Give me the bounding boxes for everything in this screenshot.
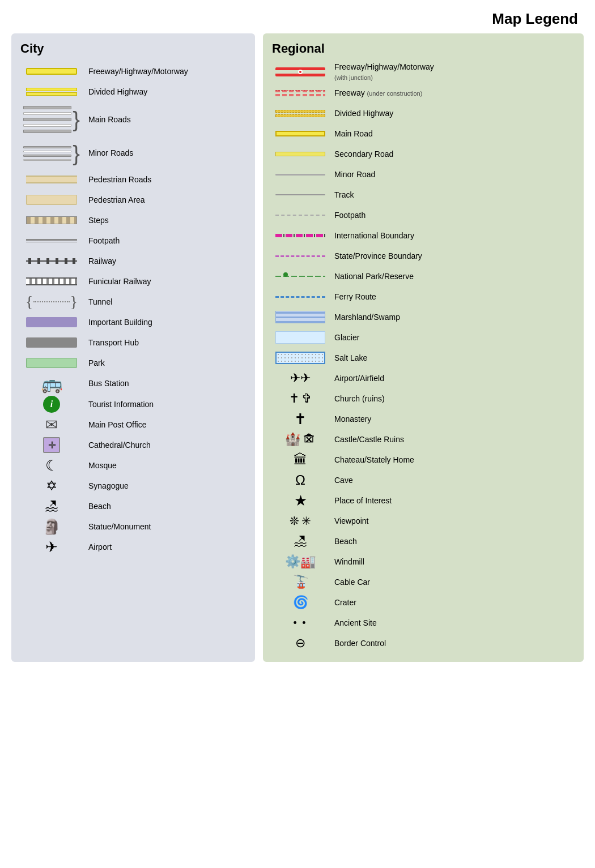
list-item: International Boundary [272, 226, 575, 245]
reg-ancient-icon: • • [272, 617, 329, 629]
tunnel-icon: { } [20, 294, 83, 310]
airport-glyph: ✈ [45, 538, 58, 556]
reg-mainroad-label: Main Road [329, 129, 575, 139]
cablecar-glyph: 🚡 [293, 575, 308, 589]
reg-intl-boundary-label: International Boundary [329, 230, 575, 241]
park-label: Park [83, 358, 246, 368]
reg-ancient-label: Ancient Site [329, 618, 575, 628]
reg-chateau-label: Chateau/Stately Home [329, 455, 575, 465]
reg-ferry-label: Ferry Route [329, 292, 575, 302]
list-item: • • Ancient Site [272, 613, 575, 632]
post-office-label: Main Post Office [83, 420, 246, 430]
list-item: Freeway/Highway/Motorway [20, 62, 246, 81]
cave-glyph: Ω [295, 472, 305, 488]
steps-icon [20, 216, 83, 224]
bus-glyph: 🚌 [41, 374, 62, 394]
reg-border-label: Border Control [329, 638, 575, 648]
main-roads-icon: } [20, 106, 83, 133]
list-item: Footpath [272, 206, 575, 225]
ped-roads-label: Pedestrian Roads [83, 174, 246, 185]
list-item: Park [20, 353, 246, 373]
list-item: 🏛 Chateau/Stately Home [272, 450, 575, 469]
airport-city-label: Airport [83, 542, 246, 552]
list-item: } Main Roads [20, 102, 246, 136]
airport-glyph-reg: ✈✈ [290, 371, 311, 386]
ped-area-label: Pedestrian Area [83, 195, 246, 205]
list-item: Track [272, 185, 575, 204]
mosque-label: Mosque [83, 460, 246, 471]
beach-city-icon: 🏖 [20, 498, 83, 514]
mail-icon: ✉ [20, 416, 83, 434]
list-item: ✈✈ Airport/Airfield [272, 369, 575, 388]
mosque-glyph: ☾ [45, 457, 58, 474]
regional-section: Regional Freeway/Highway/Motorway (with … [263, 33, 584, 662]
viewpoint-glyph: ❊ ✳ [290, 514, 311, 528]
poi-glyph: ★ [294, 492, 307, 510]
reg-track-label: Track [329, 190, 575, 200]
tourist-info-label: Tourist Information [83, 399, 246, 409]
reg-secondary-icon [272, 152, 329, 156]
list-item: ✝ Monastery [272, 409, 575, 429]
list-item: 🗿 Statue/Monument [20, 517, 246, 536]
railway-label: Railway [83, 256, 246, 266]
list-item: Ω Cave [272, 471, 575, 490]
cathedral-label: Cathedral/Church [83, 440, 246, 450]
list-item: 🏰 🏚 Castle/Castle Ruins [272, 430, 575, 449]
chateau-glyph: 🏛 [294, 452, 307, 468]
reg-intl-boundary-icon [272, 234, 329, 237]
reg-secondary-label: Secondary Road [329, 149, 575, 159]
reg-ferry-icon [272, 296, 329, 298]
reg-church-label: Church (ruins) [329, 394, 575, 404]
synagogue-icon: ✡ [20, 478, 83, 494]
list-item: 🏖 Beach [272, 532, 575, 551]
reg-footpath-icon [272, 215, 329, 216]
reg-footpath-label: Footpath [329, 210, 575, 220]
funicular-icon [20, 277, 83, 285]
cathedral-glyph: ✛ [43, 437, 60, 453]
mosque-icon: ☾ [20, 457, 83, 474]
reg-windmill-label: Windmill [329, 557, 575, 567]
beach-reg-glyph: 🏖 [294, 533, 307, 549]
reg-cablecar-label: Cable Car [329, 577, 575, 587]
mail-glyph: ✉ [45, 416, 58, 434]
bus-station-icon: 🚌 [20, 374, 83, 394]
list-item: ☾ Mosque [20, 456, 246, 475]
freeway-city-icon [20, 68, 83, 75]
cathedral-icon: ✛ [20, 437, 83, 453]
freeway-city-label: Freeway/Highway/Motorway [83, 66, 246, 76]
list-item: 🌀 Crater [272, 593, 575, 612]
statue-label: Statue/Monument [83, 521, 246, 532]
reg-track-icon [272, 194, 329, 195]
reg-monastery-label: Monastery [329, 414, 575, 424]
synagogue-glyph: ✡ [46, 478, 57, 494]
reg-cave-label: Cave [329, 475, 575, 485]
list-item: Important Building [20, 313, 246, 332]
beach-city-label: Beach [83, 501, 246, 511]
list-item: Main Road [272, 124, 575, 143]
tunnel-label: Tunnel [83, 297, 246, 307]
reg-marsh-label: Marshland/Swamp [329, 312, 575, 322]
crater-glyph: 🌀 [293, 595, 308, 610]
reg-freeway-uc-icon [272, 90, 329, 96]
reg-marsh-icon [272, 311, 329, 323]
tourist-info-icon: i [20, 396, 83, 413]
list-item: Pedestrian Area [20, 190, 246, 209]
railway-icon [20, 257, 83, 265]
synagogue-label: Synagogue [83, 481, 246, 491]
transport-hub-label: Transport Hub [83, 337, 246, 348]
list-item: 🚌 Bus Station [20, 374, 246, 394]
steps-label: Steps [83, 215, 246, 225]
list-item: State/Province Boundary [272, 246, 575, 266]
divided-hw-city-label: Divided Highway [83, 87, 246, 97]
reg-airport-label: Airport/Airfield [329, 373, 575, 383]
airport-city-icon: ✈ [20, 538, 83, 556]
ped-roads-icon [20, 176, 83, 183]
list-item: Footpath [20, 231, 246, 250]
footpath-city-icon [20, 239, 83, 242]
reg-beach-label: Beach [329, 536, 575, 546]
list-item: Ferry Route [272, 287, 575, 306]
list-item: Funicular Railway [20, 272, 246, 291]
list-item: Glacier [272, 328, 575, 347]
list-item: ✉ Main Post Office [20, 415, 246, 434]
church-glyph: ✝ ✞ [289, 391, 312, 406]
